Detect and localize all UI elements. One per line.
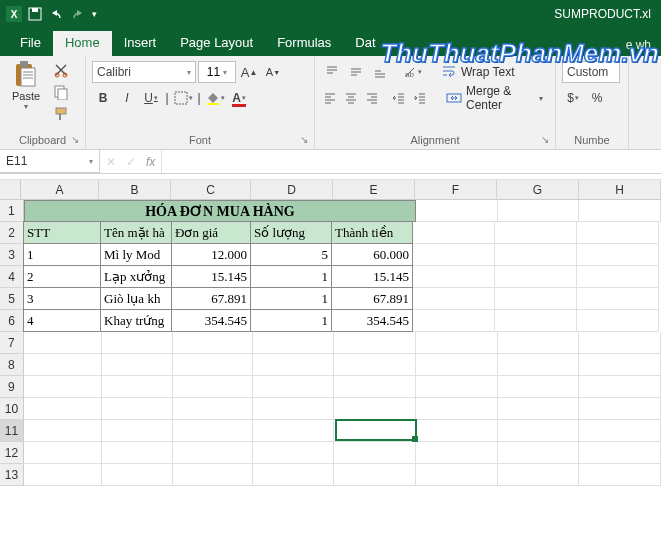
cell-A10[interactable] — [24, 398, 102, 420]
cell-F11[interactable] — [416, 420, 498, 442]
cell-C13[interactable] — [173, 464, 253, 486]
cell-F8[interactable] — [416, 354, 498, 376]
cell-B8[interactable] — [102, 354, 174, 376]
cell-E9[interactable] — [334, 376, 416, 398]
cell-G2[interactable] — [495, 222, 577, 244]
tab-home[interactable]: Home — [53, 31, 112, 56]
tab-insert[interactable]: Insert — [112, 31, 169, 56]
align-bottom-icon[interactable] — [369, 61, 391, 83]
row-header-1[interactable]: 1 — [0, 200, 24, 222]
cell-E3[interactable]: 60.000 — [331, 243, 413, 266]
align-right-icon[interactable] — [362, 87, 381, 109]
cell-G12[interactable] — [498, 442, 580, 464]
cell-B2[interactable]: Tên mặt hà — [100, 221, 172, 244]
cell-F6[interactable] — [413, 310, 495, 332]
cell-F12[interactable] — [416, 442, 498, 464]
cell-H1[interactable] — [579, 200, 661, 222]
cell-C5[interactable]: 67.891 — [171, 287, 251, 310]
font-size-select[interactable]: 11▾ — [198, 61, 236, 83]
wrap-text-button[interactable]: Wrap Text — [435, 61, 521, 83]
cell-C9[interactable] — [173, 376, 253, 398]
italic-button[interactable]: I — [116, 87, 138, 109]
cell-G11[interactable] — [498, 420, 580, 442]
cell-H6[interactable] — [577, 310, 659, 332]
redo-icon[interactable] — [70, 7, 86, 21]
decrease-indent-icon[interactable] — [390, 87, 409, 109]
cell-E8[interactable] — [334, 354, 416, 376]
cell-E6[interactable]: 354.545 — [331, 309, 413, 332]
cell-G4[interactable] — [495, 266, 577, 288]
row-header-12[interactable]: 12 — [0, 442, 24, 464]
cell-E11[interactable] — [334, 420, 416, 442]
cell-A6[interactable]: 4 — [23, 309, 101, 332]
cell-G6[interactable] — [495, 310, 577, 332]
cell-B3[interactable]: Mì ly Mod — [100, 243, 172, 266]
select-all-corner[interactable] — [0, 180, 21, 200]
cell-F10[interactable] — [416, 398, 498, 420]
cell-B11[interactable] — [102, 420, 174, 442]
cell-H12[interactable] — [579, 442, 661, 464]
fx-icon[interactable]: fx — [146, 155, 155, 169]
cell-D9[interactable] — [253, 376, 335, 398]
cell-D4[interactable]: 1 — [250, 265, 332, 288]
cell-F3[interactable] — [413, 244, 495, 266]
cell-A2[interactable]: STT — [23, 221, 101, 244]
tell-me[interactable]: e wh — [616, 34, 661, 56]
cell-A11[interactable] — [24, 420, 102, 442]
cell-C3[interactable]: 12.000 — [171, 243, 251, 266]
orientation-icon[interactable]: ab — [401, 61, 423, 83]
cell-H2[interactable] — [577, 222, 659, 244]
cell-E4[interactable]: 15.145 — [331, 265, 413, 288]
row-header-10[interactable]: 10 — [0, 398, 24, 420]
format-painter-icon[interactable] — [50, 104, 72, 124]
font-color-icon[interactable]: A — [228, 87, 250, 109]
col-header-H[interactable]: H — [579, 180, 661, 200]
cell-B9[interactable] — [102, 376, 174, 398]
cell-C6[interactable]: 354.545 — [171, 309, 251, 332]
cell-B13[interactable] — [102, 464, 174, 486]
col-header-D[interactable]: D — [251, 180, 333, 200]
cell-H11[interactable] — [579, 420, 661, 442]
number-format-select[interactable]: Custom — [562, 61, 620, 83]
cell-H3[interactable] — [577, 244, 659, 266]
cell-G8[interactable] — [498, 354, 580, 376]
cell-F1[interactable] — [416, 200, 498, 222]
tab-page-layout[interactable]: Page Layout — [168, 31, 265, 56]
cell-E13[interactable] — [334, 464, 416, 486]
cell-E10[interactable] — [334, 398, 416, 420]
copy-icon[interactable] — [50, 82, 72, 102]
row-header-7[interactable]: 7 — [0, 332, 24, 354]
cell-D11[interactable] — [253, 420, 335, 442]
cell-H9[interactable] — [579, 376, 661, 398]
cell-G10[interactable] — [498, 398, 580, 420]
cell-D13[interactable] — [253, 464, 335, 486]
cell-C12[interactable] — [173, 442, 253, 464]
cell-C11[interactable] — [173, 420, 253, 442]
cell-D3[interactable]: 5 — [250, 243, 332, 266]
cell-E2[interactable]: Thành tiền — [331, 221, 413, 244]
row-header-5[interactable]: 5 — [0, 288, 24, 310]
shrink-font-icon[interactable]: A▼ — [262, 61, 284, 83]
cell-G7[interactable] — [498, 332, 580, 354]
align-top-icon[interactable] — [321, 61, 343, 83]
cell-D7[interactable] — [253, 332, 335, 354]
col-header-C[interactable]: C — [171, 180, 251, 200]
enter-icon[interactable]: ✓ — [126, 155, 136, 169]
bold-button[interactable]: B — [92, 87, 114, 109]
alignment-launcher-icon[interactable]: ↘ — [541, 134, 553, 146]
cell-A1-title[interactable]: HÓA ĐƠN MUA HÀNG — [24, 200, 416, 222]
cell-B7[interactable] — [102, 332, 174, 354]
cell-B5[interactable]: Giò lụa kh — [100, 287, 172, 310]
cell-H10[interactable] — [579, 398, 661, 420]
cell-C8[interactable] — [173, 354, 253, 376]
cell-E7[interactable] — [334, 332, 416, 354]
tab-data[interactable]: Dat — [343, 31, 387, 56]
increase-indent-icon[interactable] — [411, 87, 430, 109]
row-header-13[interactable]: 13 — [0, 464, 24, 486]
row-header-3[interactable]: 3 — [0, 244, 24, 266]
cell-C10[interactable] — [173, 398, 253, 420]
cell-A8[interactable] — [24, 354, 102, 376]
cell-B6[interactable]: Khay trứng — [100, 309, 172, 332]
cell-F7[interactable] — [416, 332, 498, 354]
name-box[interactable]: E11 — [0, 150, 100, 173]
